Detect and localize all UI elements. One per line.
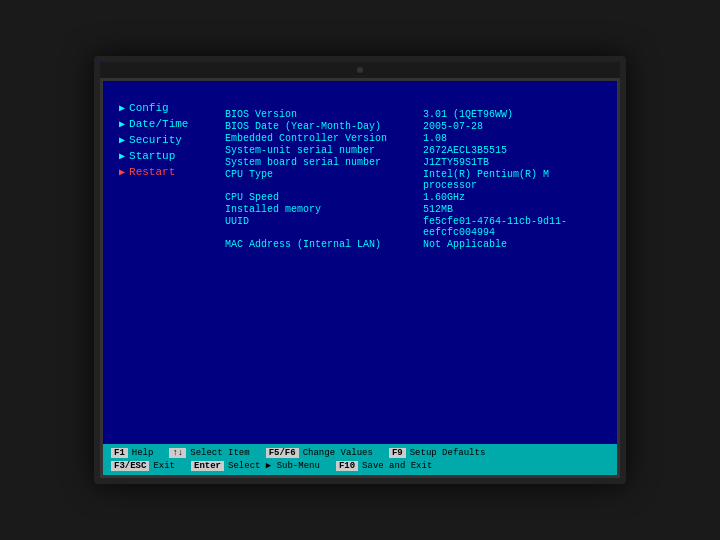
bios-frame: ▶Config▶Date/Time▶Security▶Startup▶Resta… xyxy=(100,78,620,478)
bottom-row-2: F3/ESCExitEnterSelect ▶ Sub-MenuF10Save … xyxy=(111,460,485,471)
info-row: Embedded Controller Version 1.08 xyxy=(225,133,601,144)
key-label: F1 xyxy=(111,448,128,458)
bottom-key-3: F9Setup Defaults xyxy=(389,448,485,458)
camera-dot xyxy=(357,67,363,73)
info-row: System board serial number J1ZTY59S1TB xyxy=(225,157,601,168)
key-label: Enter xyxy=(191,461,224,471)
info-label: UUID xyxy=(225,216,415,238)
info-row: BIOS Date (Year-Month-Day) 2005-07-28 xyxy=(225,121,601,132)
info-table: BIOS Version 3.01 (1QET96WW) BIOS Date (… xyxy=(225,109,601,250)
key-label: F9 xyxy=(389,448,406,458)
key-label: ↑↓ xyxy=(169,448,186,458)
info-value: 1.60GHz xyxy=(423,192,465,203)
bottom-key-4: F3/ESCExit xyxy=(111,460,175,471)
right-panel: BIOS Version 3.01 (1QET96WW) BIOS Date (… xyxy=(225,97,601,436)
key-desc: Select ▶ Sub-Menu xyxy=(228,460,320,471)
menu-item-security[interactable]: ▶Security xyxy=(119,133,209,147)
info-row: CPU Speed 1.60GHz xyxy=(225,192,601,203)
key-label: F5/F6 xyxy=(266,448,299,458)
key-desc: Exit xyxy=(153,461,175,471)
key-desc: Setup Defaults xyxy=(410,448,486,458)
info-value: 512MB xyxy=(423,204,453,215)
info-label: Embedded Controller Version xyxy=(225,133,415,144)
menu-label: Startup xyxy=(129,150,175,162)
info-value: 2005-07-28 xyxy=(423,121,483,132)
info-row: System-unit serial number 2672AECL3B5515 xyxy=(225,145,601,156)
bios-screen: ▶Config▶Date/Time▶Security▶Startup▶Resta… xyxy=(94,56,626,484)
info-label: MAC Address (Internal LAN) xyxy=(225,239,415,250)
info-value: J1ZTY59S1TB xyxy=(423,157,489,168)
key-label: F10 xyxy=(336,461,358,471)
info-label: CPU Speed xyxy=(225,192,415,203)
key-desc: Select Item xyxy=(190,448,249,458)
bios-title xyxy=(103,81,617,89)
menu-label: Date/Time xyxy=(129,118,188,130)
info-row: MAC Address (Internal LAN) Not Applicabl… xyxy=(225,239,601,250)
bottom-bar: F1Help↑↓Select ItemF5/F6Change ValuesF9S… xyxy=(103,444,617,475)
info-row: UUID fe5cfe01-4764-11cb-9d11-eefcfc00499… xyxy=(225,216,601,238)
bios-content: ▶Config▶Date/Time▶Security▶Startup▶Resta… xyxy=(103,89,617,444)
bottom-key-1: ↑↓Select Item xyxy=(169,448,249,458)
menu-label: Security xyxy=(129,134,182,146)
left-menu: ▶Config▶Date/Time▶Security▶Startup▶Resta… xyxy=(119,97,209,436)
info-value: Intel(R) Pentium(R) M processor xyxy=(423,169,601,191)
menu-label: Restart xyxy=(129,166,175,178)
menu-item-restart[interactable]: ▶Restart xyxy=(119,165,209,179)
menu-item-startup[interactable]: ▶Startup xyxy=(119,149,209,163)
info-label: System board serial number xyxy=(225,157,415,168)
info-label: CPU Type xyxy=(225,169,415,191)
menu-arrow: ▶ xyxy=(119,102,125,114)
info-value: fe5cfe01-4764-11cb-9d11-eefcfc004994 xyxy=(423,216,601,238)
key-label: F3/ESC xyxy=(111,461,149,471)
menu-item-config[interactable]: ▶Config xyxy=(119,101,209,115)
menu-arrow: ▶ xyxy=(119,150,125,162)
info-value: 3.01 (1QET96WW) xyxy=(423,109,513,120)
info-row: BIOS Version 3.01 (1QET96WW) xyxy=(225,109,601,120)
bottom-row-1: F1Help↑↓Select ItemF5/F6Change ValuesF9S… xyxy=(111,448,485,458)
menu-item-date-time[interactable]: ▶Date/Time xyxy=(119,117,209,131)
info-value: Not Applicable xyxy=(423,239,507,250)
menu-arrow: ▶ xyxy=(119,118,125,130)
info-label: BIOS Date (Year-Month-Day) xyxy=(225,121,415,132)
bottom-key-0: F1Help xyxy=(111,448,153,458)
info-label: BIOS Version xyxy=(225,109,415,120)
info-label: Installed memory xyxy=(225,204,415,215)
bottom-key-6: F10Save and Exit xyxy=(336,460,432,471)
key-desc: Change Values xyxy=(303,448,373,458)
bottom-wrapper: F1Help↑↓Select ItemF5/F6Change ValuesF9S… xyxy=(111,448,485,471)
menu-label: Config xyxy=(129,102,169,114)
bottom-key-2: F5/F6Change Values xyxy=(266,448,373,458)
info-row: CPU Type Intel(R) Pentium(R) M processor xyxy=(225,169,601,191)
bottom-key-5: EnterSelect ▶ Sub-Menu xyxy=(191,460,320,471)
key-desc: Help xyxy=(132,448,154,458)
menu-arrow: ▶ xyxy=(119,134,125,146)
info-row: Installed memory 512MB xyxy=(225,204,601,215)
camera-bar xyxy=(100,62,620,78)
info-value: 1.08 xyxy=(423,133,447,144)
key-desc: Save and Exit xyxy=(362,461,432,471)
menu-arrow: ▶ xyxy=(119,166,125,178)
info-label: System-unit serial number xyxy=(225,145,415,156)
info-value: 2672AECL3B5515 xyxy=(423,145,507,156)
